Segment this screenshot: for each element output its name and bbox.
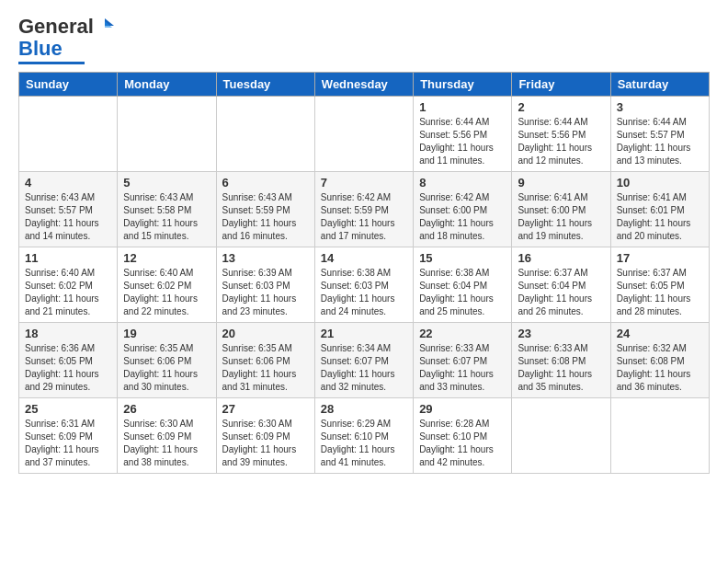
day-number: 29 xyxy=(419,402,506,416)
day-number: 23 xyxy=(518,327,604,340)
calendar-cell xyxy=(118,97,216,172)
day-number: 17 xyxy=(617,251,703,265)
day-info: Sunrise: 6:40 AM Sunset: 6:02 PM Dayligh… xyxy=(25,267,111,318)
day-info: Sunrise: 6:35 AM Sunset: 6:06 PM Dayligh… xyxy=(123,342,210,394)
day-number: 6 xyxy=(222,176,309,190)
day-number: 15 xyxy=(419,251,506,265)
logo: General Blue xyxy=(18,15,114,64)
day-number: 5 xyxy=(123,176,210,190)
calendar-cell: 27Sunrise: 6:30 AM Sunset: 6:09 PM Dayli… xyxy=(216,398,314,474)
day-number: 13 xyxy=(222,251,309,265)
day-info: Sunrise: 6:30 AM Sunset: 6:09 PM Dayligh… xyxy=(222,418,309,469)
calendar-cell: 5Sunrise: 6:43 AM Sunset: 5:58 PM Daylig… xyxy=(118,172,216,247)
calendar-cell: 14Sunrise: 6:38 AM Sunset: 6:03 PM Dayli… xyxy=(314,247,413,323)
day-number: 11 xyxy=(25,251,111,265)
calendar-cell: 4Sunrise: 6:43 AM Sunset: 5:57 PM Daylig… xyxy=(19,172,118,247)
calendar-week-2: 4Sunrise: 6:43 AM Sunset: 5:57 PM Daylig… xyxy=(19,172,710,247)
calendar-cell: 22Sunrise: 6:33 AM Sunset: 6:07 PM Dayli… xyxy=(414,323,512,398)
day-info: Sunrise: 6:42 AM Sunset: 6:00 PM Dayligh… xyxy=(419,191,506,243)
day-number: 21 xyxy=(321,327,407,340)
day-info: Sunrise: 6:43 AM Sunset: 5:57 PM Dayligh… xyxy=(25,191,111,243)
day-number: 18 xyxy=(25,327,111,340)
calendar-cell: 19Sunrise: 6:35 AM Sunset: 6:06 PM Dayli… xyxy=(118,323,216,398)
weekday-header-thursday: Thursday xyxy=(414,73,512,97)
weekday-header-wednesday: Wednesday xyxy=(314,73,413,97)
calendar-cell: 23Sunrise: 6:33 AM Sunset: 6:08 PM Dayli… xyxy=(512,323,610,398)
calendar-cell: 9Sunrise: 6:41 AM Sunset: 6:00 PM Daylig… xyxy=(512,172,610,247)
day-info: Sunrise: 6:30 AM Sunset: 6:09 PM Dayligh… xyxy=(123,418,210,469)
calendar-cell: 26Sunrise: 6:30 AM Sunset: 6:09 PM Dayli… xyxy=(118,398,216,474)
calendar-cell: 10Sunrise: 6:41 AM Sunset: 6:01 PM Dayli… xyxy=(610,172,709,247)
day-number: 9 xyxy=(518,176,604,190)
day-number: 28 xyxy=(321,402,407,416)
calendar-cell: 28Sunrise: 6:29 AM Sunset: 6:10 PM Dayli… xyxy=(314,398,413,474)
calendar-week-4: 18Sunrise: 6:36 AM Sunset: 6:05 PM Dayli… xyxy=(19,323,710,398)
day-info: Sunrise: 6:41 AM Sunset: 6:01 PM Dayligh… xyxy=(617,191,703,243)
day-info: Sunrise: 6:44 AM Sunset: 5:56 PM Dayligh… xyxy=(518,116,604,167)
day-number: 20 xyxy=(222,327,309,340)
calendar-cell: 11Sunrise: 6:40 AM Sunset: 6:02 PM Dayli… xyxy=(19,247,118,323)
weekday-header-sunday: Sunday xyxy=(19,73,118,97)
calendar-cell xyxy=(314,97,413,172)
day-info: Sunrise: 6:41 AM Sunset: 6:00 PM Dayligh… xyxy=(518,191,604,243)
day-info: Sunrise: 6:31 AM Sunset: 6:09 PM Dayligh… xyxy=(25,418,111,469)
calendar-cell: 20Sunrise: 6:35 AM Sunset: 6:06 PM Dayli… xyxy=(216,323,314,398)
day-info: Sunrise: 6:44 AM Sunset: 5:57 PM Dayligh… xyxy=(617,116,703,167)
day-number: 19 xyxy=(123,327,210,340)
logo-underline xyxy=(18,62,85,64)
calendar-cell: 15Sunrise: 6:38 AM Sunset: 6:04 PM Dayli… xyxy=(414,247,512,323)
calendar-cell: 24Sunrise: 6:32 AM Sunset: 6:08 PM Dayli… xyxy=(610,323,709,398)
calendar-header-row: SundayMondayTuesdayWednesdayThursdayFrid… xyxy=(19,73,710,97)
calendar-cell: 16Sunrise: 6:37 AM Sunset: 6:04 PM Dayli… xyxy=(512,247,610,323)
day-number: 27 xyxy=(222,402,309,416)
day-info: Sunrise: 6:37 AM Sunset: 6:04 PM Dayligh… xyxy=(518,267,604,318)
day-number: 26 xyxy=(123,402,210,416)
weekday-header-saturday: Saturday xyxy=(610,73,709,97)
day-number: 24 xyxy=(617,327,703,340)
day-number: 25 xyxy=(25,402,111,416)
day-number: 3 xyxy=(617,100,703,114)
calendar: SundayMondayTuesdayWednesdayThursdayFrid… xyxy=(18,72,710,474)
weekday-header-tuesday: Tuesday xyxy=(216,73,314,97)
day-info: Sunrise: 6:33 AM Sunset: 6:08 PM Dayligh… xyxy=(518,342,604,394)
day-number: 10 xyxy=(617,176,703,190)
calendar-week-1: 1Sunrise: 6:44 AM Sunset: 5:56 PM Daylig… xyxy=(19,97,710,172)
day-info: Sunrise: 6:44 AM Sunset: 5:56 PM Dayligh… xyxy=(419,116,506,167)
day-info: Sunrise: 6:37 AM Sunset: 6:05 PM Dayligh… xyxy=(617,267,703,318)
calendar-cell: 7Sunrise: 6:42 AM Sunset: 5:59 PM Daylig… xyxy=(314,172,413,247)
day-number: 14 xyxy=(321,251,407,265)
logo-bird-icon xyxy=(96,17,114,35)
logo-general: General xyxy=(18,15,94,39)
calendar-cell: 13Sunrise: 6:39 AM Sunset: 6:03 PM Dayli… xyxy=(216,247,314,323)
calendar-cell: 12Sunrise: 6:40 AM Sunset: 6:02 PM Dayli… xyxy=(118,247,216,323)
calendar-cell xyxy=(610,398,709,474)
weekday-header-monday: Monday xyxy=(118,73,216,97)
day-number: 7 xyxy=(321,176,407,190)
day-info: Sunrise: 6:42 AM Sunset: 5:59 PM Dayligh… xyxy=(321,191,407,243)
weekday-header-friday: Friday xyxy=(512,73,610,97)
calendar-cell: 25Sunrise: 6:31 AM Sunset: 6:09 PM Dayli… xyxy=(19,398,118,474)
day-info: Sunrise: 6:43 AM Sunset: 5:59 PM Dayligh… xyxy=(222,191,309,243)
calendar-cell: 29Sunrise: 6:28 AM Sunset: 6:10 PM Dayli… xyxy=(414,398,512,474)
calendar-cell: 18Sunrise: 6:36 AM Sunset: 6:05 PM Dayli… xyxy=(19,323,118,398)
calendar-cell: 17Sunrise: 6:37 AM Sunset: 6:05 PM Dayli… xyxy=(610,247,709,323)
day-info: Sunrise: 6:33 AM Sunset: 6:07 PM Dayligh… xyxy=(419,342,506,394)
day-number: 12 xyxy=(123,251,210,265)
day-info: Sunrise: 6:28 AM Sunset: 6:10 PM Dayligh… xyxy=(419,418,506,469)
calendar-cell: 21Sunrise: 6:34 AM Sunset: 6:07 PM Dayli… xyxy=(314,323,413,398)
header: General Blue xyxy=(18,15,710,64)
day-number: 2 xyxy=(518,100,604,114)
day-info: Sunrise: 6:32 AM Sunset: 6:08 PM Dayligh… xyxy=(617,342,703,394)
day-number: 1 xyxy=(419,100,506,114)
day-info: Sunrise: 6:40 AM Sunset: 6:02 PM Dayligh… xyxy=(123,267,210,318)
calendar-week-5: 25Sunrise: 6:31 AM Sunset: 6:09 PM Dayli… xyxy=(19,398,710,474)
day-info: Sunrise: 6:36 AM Sunset: 6:05 PM Dayligh… xyxy=(25,342,111,394)
calendar-cell xyxy=(216,97,314,172)
day-info: Sunrise: 6:29 AM Sunset: 6:10 PM Dayligh… xyxy=(321,418,407,469)
calendar-cell: 1Sunrise: 6:44 AM Sunset: 5:56 PM Daylig… xyxy=(414,97,512,172)
day-number: 4 xyxy=(25,176,111,190)
day-info: Sunrise: 6:38 AM Sunset: 6:04 PM Dayligh… xyxy=(419,267,506,318)
day-info: Sunrise: 6:43 AM Sunset: 5:58 PM Dayligh… xyxy=(123,191,210,243)
logo-blue: Blue xyxy=(18,37,63,61)
calendar-cell xyxy=(512,398,610,474)
